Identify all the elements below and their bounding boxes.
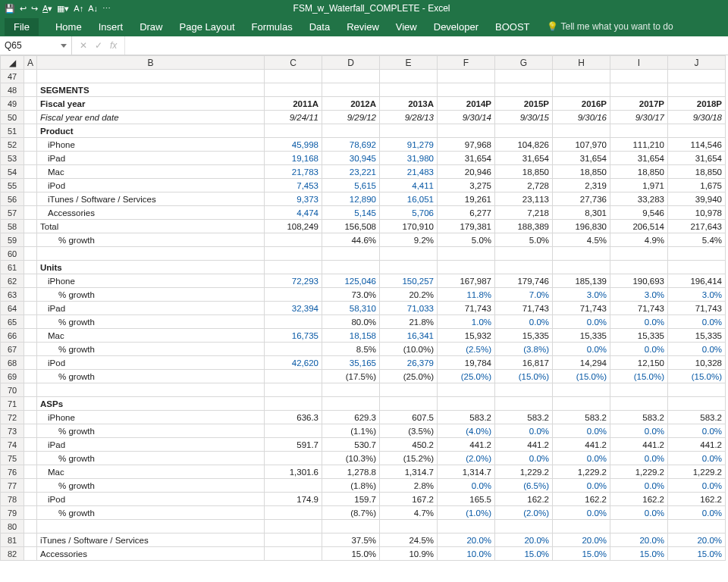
cell[interactable]: (25.0%) <box>380 370 438 383</box>
cell[interactable]: (6.5%) <box>495 479 553 493</box>
cell[interactable]: (2.0%) <box>495 506 553 520</box>
cell[interactable] <box>553 83 610 97</box>
cell[interactable]: (2.0%) <box>438 452 495 465</box>
cell-label[interactable] <box>37 383 265 397</box>
row-header[interactable]: 57 <box>1 206 24 220</box>
row-header[interactable]: 48 <box>1 83 24 97</box>
cell[interactable]: 179,746 <box>495 274 553 288</box>
cell[interactable]: 71,743 <box>668 302 726 315</box>
cell[interactable] <box>24 124 37 138</box>
row-header[interactable]: 54 <box>1 165 24 179</box>
cell[interactable] <box>380 70 438 83</box>
cell[interactable]: 111,210 <box>610 138 668 152</box>
cell[interactable] <box>438 261 495 274</box>
cell[interactable]: 31,654 <box>495 152 553 165</box>
cell[interactable]: 162.2 <box>610 493 668 506</box>
cell[interactable]: 0.0% <box>610 315 668 329</box>
cell[interactable]: 7.0% <box>495 288 553 302</box>
cell[interactable]: 19,168 <box>265 152 322 165</box>
cell[interactable]: 4,474 <box>265 206 322 220</box>
cell[interactable]: 16,735 <box>265 329 322 343</box>
cell[interactable] <box>265 370 322 383</box>
cell[interactable] <box>610 247 668 261</box>
cell[interactable]: 0.0% <box>495 315 553 329</box>
cell[interactable]: 18,850 <box>668 165 726 179</box>
row-header[interactable]: 77 <box>1 479 24 493</box>
cell-label[interactable]: Product <box>37 124 265 138</box>
row-header[interactable]: 76 <box>1 465 24 479</box>
cell-label[interactable]: iPod <box>37 179 265 192</box>
cell[interactable]: 18,850 <box>495 165 553 179</box>
cell[interactable]: (25.0%) <box>438 370 495 383</box>
col-header[interactable]: D <box>322 56 380 70</box>
cell[interactable] <box>24 179 37 192</box>
cell[interactable]: 21,783 <box>265 165 322 179</box>
col-header[interactable]: C <box>265 56 322 70</box>
cell[interactable]: (15.0%) <box>668 370 726 383</box>
cell[interactable] <box>24 274 37 288</box>
cell[interactable]: 15,335 <box>553 329 610 343</box>
cell[interactable]: (3.8%) <box>495 343 553 356</box>
cell[interactable]: 8,301 <box>553 206 610 220</box>
cell[interactable]: 607.5 <box>380 411 438 424</box>
cell-label[interactable]: ASPs <box>37 397 265 411</box>
cell[interactable]: 35,165 <box>322 356 380 370</box>
cell-label[interactable] <box>37 247 265 261</box>
cell[interactable] <box>322 383 380 397</box>
tab-data[interactable]: Data <box>309 21 330 33</box>
cell[interactable]: 3.0% <box>610 288 668 302</box>
cell[interactable]: 5.0% <box>495 233 553 247</box>
cell[interactable]: 0.0% <box>553 315 610 329</box>
cell[interactable]: 39,940 <box>668 192 726 206</box>
row-header[interactable]: 50 <box>1 111 24 124</box>
cell[interactable] <box>322 520 380 534</box>
cell[interactable] <box>24 452 37 465</box>
row-header[interactable]: 79 <box>1 506 24 520</box>
cell[interactable]: 2017P <box>610 97 668 111</box>
row-header[interactable]: 70 <box>1 383 24 397</box>
cell[interactable]: 162.2 <box>495 493 553 506</box>
cell[interactable]: 42,620 <box>265 356 322 370</box>
cell[interactable] <box>265 479 322 493</box>
cell[interactable]: 15.0% <box>553 547 610 561</box>
cell[interactable] <box>265 520 322 534</box>
cell[interactable] <box>668 261 726 274</box>
cell[interactable]: (15.0%) <box>610 370 668 383</box>
row-header[interactable]: 65 <box>1 315 24 329</box>
cell[interactable]: 71,743 <box>610 302 668 315</box>
cell[interactable] <box>495 83 553 97</box>
cell[interactable]: 7,453 <box>265 179 322 192</box>
cell[interactable]: 9/24/11 <box>265 111 322 124</box>
cell[interactable] <box>495 520 553 534</box>
cell[interactable]: 165.5 <box>438 493 495 506</box>
cell[interactable]: (1.1%) <box>322 424 380 438</box>
cell[interactable] <box>24 465 37 479</box>
cell[interactable]: 2014P <box>438 97 495 111</box>
cell[interactable]: 441.2 <box>553 438 610 452</box>
col-header[interactable]: G <box>495 56 553 70</box>
cell[interactable]: 44.6% <box>322 233 380 247</box>
tab-page-layout[interactable]: Page Layout <box>180 21 235 33</box>
row-header[interactable]: 66 <box>1 329 24 343</box>
cell[interactable] <box>322 261 380 274</box>
cell[interactable]: 196,830 <box>553 220 610 233</box>
cell[interactable] <box>438 397 495 411</box>
tell-me[interactable]: 💡Tell me what you want to do <box>547 21 673 32</box>
cell-label[interactable] <box>37 520 265 534</box>
cell[interactable] <box>24 397 37 411</box>
cell[interactable]: 27,736 <box>553 192 610 206</box>
cell[interactable]: 1,314.7 <box>380 465 438 479</box>
cell[interactable] <box>265 534 322 547</box>
cell[interactable]: 12,890 <box>322 192 380 206</box>
tab-review[interactable]: Review <box>347 21 379 33</box>
cell[interactable] <box>24 383 37 397</box>
cell[interactable]: 3.0% <box>553 288 610 302</box>
cell[interactable]: 12,150 <box>610 356 668 370</box>
cell[interactable]: 441.2 <box>438 438 495 452</box>
cell[interactable] <box>495 397 553 411</box>
cell[interactable]: 3,275 <box>438 179 495 192</box>
cell[interactable] <box>24 343 37 356</box>
row-header[interactable]: 67 <box>1 343 24 356</box>
cell[interactable]: 636.3 <box>265 411 322 424</box>
cell[interactable] <box>24 547 37 561</box>
